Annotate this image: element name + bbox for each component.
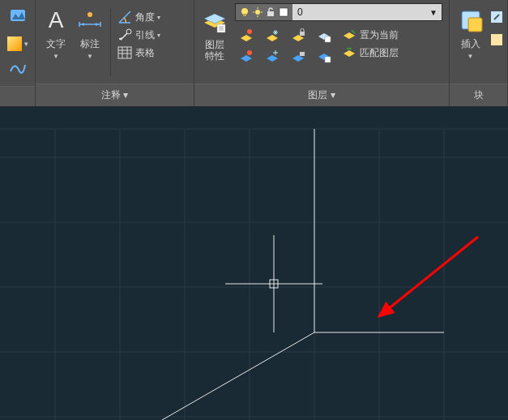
layer-selector[interactable]: 0 ▼ xyxy=(235,3,442,21)
block-edit-icon[interactable] xyxy=(489,10,504,28)
dimension-tool[interactable]: 标注 ▼ xyxy=(73,3,107,63)
panel-draw-narrow: ▾ xyxy=(0,0,36,106)
leader-tool[interactable]: 引线 ▾ xyxy=(114,26,164,44)
angle-dim-tool[interactable]: 角度 ▾ xyxy=(114,8,164,26)
set-current-label: 置为当前 xyxy=(360,28,399,42)
table-tool[interactable]: 表格 xyxy=(114,44,158,62)
layer-state-icon[interactable] xyxy=(316,28,332,44)
panel-annotate: A 文字 ▼ 标注 ▼ 角度 ▾ 引线 ▾ xyxy=(36,0,194,106)
panel-label-annotate[interactable]: 注释 ▾ xyxy=(36,84,194,106)
svg-rect-1 xyxy=(7,36,22,51)
layer-freeze-icon[interactable] xyxy=(264,28,280,44)
chevron-down-icon: ▼ xyxy=(425,8,442,17)
svg-rect-9 xyxy=(243,14,246,16)
layer-lock-icon[interactable] xyxy=(290,28,306,44)
text-tool[interactable]: A 文字 ▼ xyxy=(39,3,73,63)
layer-unlock-icon[interactable] xyxy=(290,48,306,64)
bulb-on-icon xyxy=(240,7,250,17)
layer-uniso-icon[interactable] xyxy=(264,48,280,64)
panel-blocks: 插入 ▼ 块 xyxy=(450,0,508,106)
svg-rect-21 xyxy=(300,52,305,56)
layer-current-name: 0 xyxy=(292,4,425,20)
table-label: 表格 xyxy=(135,46,155,60)
panel-label-draw xyxy=(0,86,35,106)
insert-block[interactable]: 插入 ▼ xyxy=(454,3,488,63)
color-swatch-icon xyxy=(279,7,288,17)
layer-match[interactable]: 匹配图层 xyxy=(339,44,402,62)
block-attr-icon[interactable] xyxy=(489,32,504,50)
drawing-area[interactable] xyxy=(0,107,508,420)
leader-label: 引线 xyxy=(135,28,155,42)
layer-off-icon[interactable] xyxy=(238,28,254,44)
svg-rect-24 xyxy=(468,18,482,32)
svg-rect-22 xyxy=(325,57,331,62)
layer-props-label: 图层 特性 xyxy=(205,39,224,62)
layer-tools-grid xyxy=(232,23,339,66)
svg-rect-15 xyxy=(267,11,274,16)
sun-icon xyxy=(253,7,263,17)
lock-open-icon xyxy=(266,7,275,17)
svg-rect-19 xyxy=(325,36,331,42)
text-tool-label: 文字 xyxy=(46,37,66,51)
panel-label-layers[interactable]: 图层 ▾ xyxy=(194,84,449,106)
svg-point-17 xyxy=(247,29,252,34)
svg-point-4 xyxy=(88,12,92,17)
svg-rect-16 xyxy=(280,8,288,16)
match-label: 匹配图层 xyxy=(360,46,399,60)
layer-properties[interactable]: 图层 特性 xyxy=(198,0,232,66)
annotation-arrow xyxy=(379,237,478,316)
spline-icon[interactable] xyxy=(9,60,27,79)
panel-label-blocks[interactable]: 块 xyxy=(450,84,507,106)
layer-change-icon[interactable] xyxy=(316,48,332,64)
svg-point-8 xyxy=(241,8,248,15)
insert-label: 插入 xyxy=(461,37,480,51)
svg-rect-26 xyxy=(491,34,502,45)
angle-label: 角度 xyxy=(135,11,155,24)
svg-point-10 xyxy=(255,10,260,15)
solid-hatch-icon[interactable] xyxy=(9,6,27,28)
layer-set-current[interactable]: 置为当前 xyxy=(339,26,402,44)
panel-layers: 图层 特性 0 ▼ xyxy=(194,0,450,106)
svg-rect-18 xyxy=(300,32,305,36)
svg-point-20 xyxy=(247,50,252,55)
ribbon: ▾ A 文字 ▼ 标注 ▼ 角度 xyxy=(0,0,508,107)
dim-tool-label: 标注 xyxy=(80,37,100,51)
svg-text:A: A xyxy=(49,7,64,32)
svg-rect-6 xyxy=(118,47,131,58)
gradient-icon[interactable]: ▾ xyxy=(6,36,28,52)
layer-iso-icon[interactable] xyxy=(238,48,254,64)
